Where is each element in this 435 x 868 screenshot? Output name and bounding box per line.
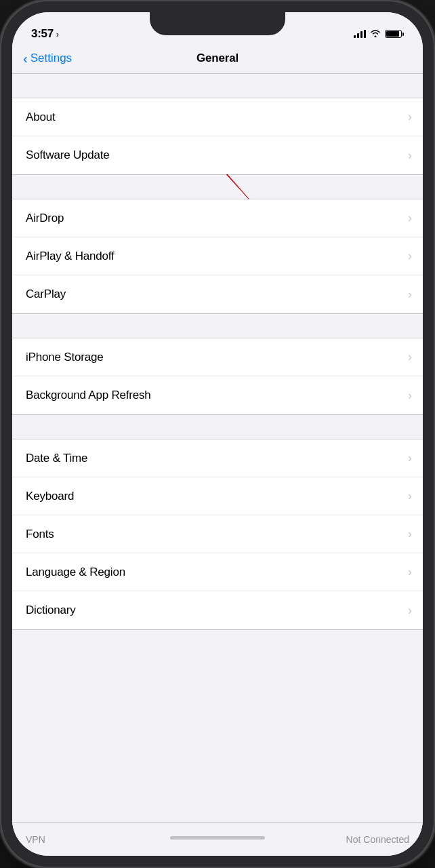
airplay-handoff-chevron-icon: › [408, 249, 412, 263]
signal-bar-1 [354, 35, 356, 38]
list-item-date-time[interactable]: Date & Time › [12, 439, 423, 477]
phone-frame: 3:57 › [0, 0, 435, 868]
bottom-right-text: Not Connected [346, 834, 409, 845]
back-button[interactable]: ‹ Settings [23, 52, 72, 65]
section-2: AirDrop › AirPlay & Handoff › CarPlay › [12, 199, 423, 314]
iphone-storage-label: iPhone Storage [26, 351, 103, 364]
background-app-refresh-label: Background App Refresh [26, 389, 151, 402]
software-update-label: Software Update [26, 149, 110, 162]
list-item-carplay[interactable]: CarPlay › [12, 275, 423, 313]
date-time-chevron-icon: › [408, 451, 412, 465]
bottom-spacer [12, 630, 423, 684]
carplay-label: CarPlay [26, 288, 66, 301]
signal-bar-2 [357, 33, 359, 38]
fonts-chevron-icon: › [408, 527, 412, 541]
signal-bar-4 [364, 30, 366, 38]
battery-icon [385, 30, 404, 38]
airdrop-label: AirDrop [26, 212, 64, 225]
dictionary-chevron-icon: › [408, 604, 412, 618]
signal-bar-3 [360, 31, 362, 38]
list-item-about[interactable]: About › [12, 98, 423, 136]
airplay-handoff-label: AirPlay & Handoff [26, 250, 114, 263]
iphone-storage-chevron-icon: › [408, 350, 412, 364]
wifi-icon [370, 28, 381, 39]
keyboard-chevron-icon: › [408, 489, 412, 503]
section-1: About › Software Update › [12, 98, 423, 175]
list-item-dictionary[interactable]: Dictionary › [12, 591, 423, 629]
date-time-label: Date & Time [26, 452, 87, 465]
keyboard-label: Keyboard [26, 490, 74, 503]
fonts-label: Fonts [26, 528, 54, 541]
list-item-airplay-handoff[interactable]: AirPlay & Handoff › [12, 237, 423, 275]
list-item-background-app-refresh[interactable]: Background App Refresh › [12, 376, 423, 414]
about-label: About [26, 111, 55, 124]
home-indicator [170, 836, 265, 840]
airdrop-chevron-icon: › [408, 211, 412, 225]
section-4: Date & Time › Keyboard › Fonts › Languag… [12, 439, 423, 630]
list-item-keyboard[interactable]: Keyboard › [12, 477, 423, 515]
list-item-airdrop[interactable]: AirDrop › [12, 199, 423, 237]
signal-bars [354, 30, 366, 38]
section-3: iPhone Storage › Background App Refresh … [12, 338, 423, 415]
status-icons [354, 28, 404, 39]
page-title: General [196, 52, 239, 65]
list-item-iphone-storage[interactable]: iPhone Storage › [12, 338, 423, 376]
carplay-chevron-icon: › [408, 288, 412, 302]
list-item-software-update[interactable]: Software Update › [12, 136, 423, 174]
back-chevron-icon: ‹ [23, 52, 28, 65]
status-time: 3:57 [31, 27, 54, 41]
screen: 3:57 › [12, 12, 423, 856]
background-app-refresh-chevron-icon: › [408, 389, 412, 403]
about-chevron-icon: › [408, 110, 412, 124]
list-item-fonts[interactable]: Fonts › [12, 515, 423, 553]
software-update-chevron-icon: › [408, 149, 412, 163]
notch [150, 12, 285, 35]
section-gap-1 [12, 74, 423, 98]
section-gap-4 [12, 415, 423, 439]
language-region-label: Language & Region [26, 566, 125, 579]
back-label: Settings [30, 52, 72, 65]
section-gap-3 [12, 314, 423, 338]
location-icon: › [56, 29, 59, 39]
nav-bar: ‹ Settings General [12, 46, 423, 74]
dictionary-label: Dictionary [26, 604, 76, 617]
bottom-left-text: VPN [26, 834, 45, 845]
language-region-chevron-icon: › [408, 565, 412, 579]
list-item-language-region[interactable]: Language & Region › [12, 553, 423, 591]
